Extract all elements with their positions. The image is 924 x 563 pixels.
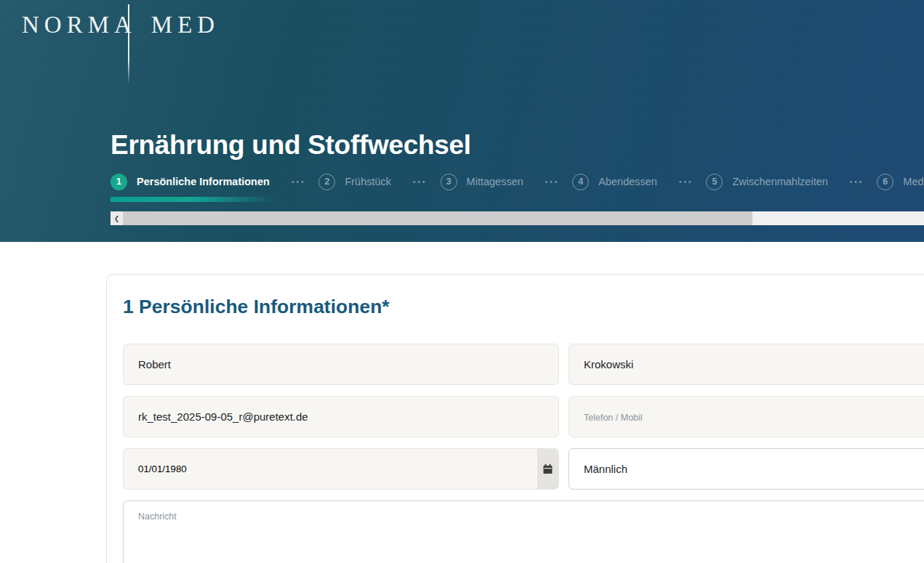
page-title: Ernährung und Stoffwechsel <box>111 130 471 161</box>
scrollbar-thumb[interactable] <box>123 211 752 225</box>
step-number-badge: 4 <box>572 174 589 190</box>
stepper-separator-dots: ••• <box>413 178 427 186</box>
brand-name: NORMAMED <box>22 12 220 39</box>
step-number-badge: 5 <box>706 174 723 190</box>
first-name-input[interactable] <box>123 344 559 385</box>
section-title: 1 Persönliche Informationen* <box>123 296 390 318</box>
step-number-badge: 1 <box>111 174 127 190</box>
step-number-badge: 6 <box>877 174 893 190</box>
stepper-step-persoenliche-informationen[interactable]: 1 Persönliche Informationen <box>111 174 270 190</box>
page: NORMAMED <box>0 0 924 563</box>
stepper-step-abendessen[interactable]: 4 Abendessen <box>572 174 657 190</box>
step-label: Medikamente <box>903 176 924 187</box>
step-label: Abendessen <box>598 176 657 187</box>
logo-waveform-icon <box>87 41 171 81</box>
stepper-horizontal-scrollbar[interactable]: ❮ <box>111 211 924 225</box>
phone-input[interactable] <box>569 396 924 437</box>
message-textarea[interactable] <box>123 501 924 563</box>
stepper-step-medikamente[interactable]: 6 Medikamente <box>877 174 924 190</box>
gender-selected-value: Männlich <box>584 463 627 475</box>
step-number-badge: 2 <box>318 174 335 190</box>
header-banner: NORMAMED <box>0 0 924 242</box>
chevron-left-icon: ❮ <box>114 215 120 222</box>
scrollbar-left-arrow-button[interactable]: ❮ <box>111 211 123 225</box>
stepper-separator-dots: ••• <box>545 178 560 186</box>
step-label: Persönliche Informationen <box>137 176 270 187</box>
personal-info-card: 1 Persönliche Informationen* <box>106 274 924 563</box>
gender-select[interactable]: Männlich <box>569 448 924 490</box>
calendar-icon <box>543 464 553 474</box>
stepper-step-fruehstueck[interactable]: 2 Frühstück <box>318 174 391 190</box>
step-label: Frühstück <box>345 176 391 187</box>
stepper-separator-dots: ••• <box>292 178 306 186</box>
brand-name-right: MED <box>151 12 220 38</box>
calendar-picker-button[interactable] <box>537 449 558 489</box>
name-row <box>123 344 924 385</box>
birthdate-gender-row: Männlich <box>123 448 924 490</box>
brand-name-left: NORMA <box>22 12 137 38</box>
step-number-badge: 3 <box>441 174 457 190</box>
birthdate-field <box>123 448 559 490</box>
scrollbar-track[interactable] <box>752 211 924 225</box>
form-stepper: 1 Persönliche Informationen ••• 2 Frühst… <box>111 172 924 191</box>
stepper-separator-dots: ••• <box>850 178 864 186</box>
brand-logo: NORMAMED <box>22 4 196 86</box>
stepper-step-mittagessen[interactable]: 3 Mittagessen <box>441 174 523 190</box>
email-input[interactable] <box>123 396 559 437</box>
step-progress-bar <box>111 197 275 202</box>
step-label: Zwischenmahlzeiten <box>732 176 827 187</box>
step-label: Mittagessen <box>467 176 523 187</box>
contact-row <box>123 396 924 437</box>
last-name-input[interactable] <box>569 344 924 385</box>
stepper-step-zwischenmahlzeiten[interactable]: 5 Zwischenmahlzeiten <box>706 174 827 190</box>
birthdate-input[interactable] <box>123 448 559 490</box>
stepper-separator-dots: ••• <box>679 178 694 186</box>
message-row <box>123 501 924 563</box>
